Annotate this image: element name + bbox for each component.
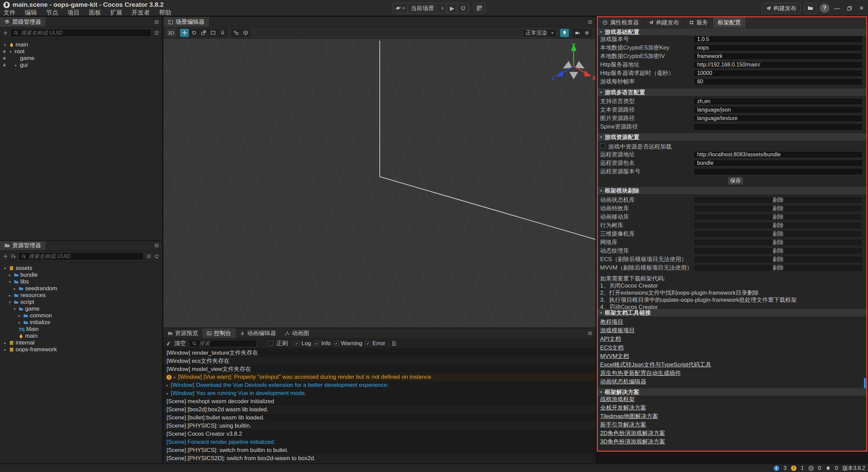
tree-row-libs[interactable]: ▾libs xyxy=(0,278,162,285)
remove-module-button[interactable]: 剔除 xyxy=(694,256,863,263)
tab-scene-editor[interactable]: 场景编辑器 xyxy=(163,17,209,27)
field-input[interactable]: bundle xyxy=(694,160,863,166)
doc-link[interactable]: ECS文档 xyxy=(600,344,624,352)
field-input[interactable] xyxy=(694,168,863,175)
tree-row-oops-framework[interactable]: ▸oops-framework xyxy=(0,346,162,353)
remove-module-button[interactable]: 剔除 xyxy=(694,205,863,212)
menu-item-1[interactable]: 编辑 xyxy=(25,8,37,17)
device-select[interactable]: ▾ xyxy=(392,3,408,14)
preview-qr-button[interactable] xyxy=(473,3,486,14)
collapse-chevron-icon[interactable]: ▾ xyxy=(600,30,602,34)
ui-tool-button[interactable] xyxy=(218,29,227,37)
chevron-down-icon[interactable]: ▾ xyxy=(7,300,12,304)
field-input[interactable]: http://192.168.0.150/main/ xyxy=(694,61,863,68)
chevron-down-icon[interactable]: ▾ xyxy=(8,50,13,54)
chevron-right-icon[interactable]: ▸ xyxy=(7,293,12,298)
collapse-chevron-icon[interactable]: ▾ xyxy=(600,390,602,394)
field-input[interactable]: language/texture xyxy=(694,115,863,122)
remove-module-button[interactable]: 剔除 xyxy=(694,264,863,271)
field-input[interactable]: oops xyxy=(694,44,863,51)
filter-warning-checkbox[interactable] xyxy=(334,341,339,346)
close-button[interactable]: × xyxy=(857,3,866,13)
tree-row-resources[interactable]: ▸resources xyxy=(0,292,162,299)
field-input[interactable]: framework xyxy=(694,53,863,60)
scene-camera-button[interactable] xyxy=(573,29,582,37)
console-message[interactable]: [Scene] [PHYSICS]: switch from builtin t… xyxy=(163,446,595,454)
chevron-right-icon[interactable]: ▸ xyxy=(12,287,17,291)
menu-item-6[interactable]: 开发者 xyxy=(132,8,150,17)
doc-link[interactable]: 2D角色扮演游戏解决方案 xyxy=(600,429,665,437)
refresh-assets-icon[interactable] xyxy=(154,254,159,259)
remove-module-button[interactable]: 剔除 xyxy=(694,222,863,229)
tree-row-common[interactable]: ▸common xyxy=(0,312,162,319)
3d-toggle-button[interactable]: 3D xyxy=(166,29,176,37)
section-header[interactable]: ▾框架解决方案 xyxy=(598,388,866,396)
tab-preview[interactable]: 资源预览 xyxy=(163,328,202,338)
doc-link[interactable]: 新手引导解决方案 xyxy=(600,421,646,429)
section-header[interactable]: ▾游戏多语言配置 xyxy=(598,88,866,96)
chevron-down-icon[interactable]: ▾ xyxy=(3,266,7,271)
console-message[interactable]: ▸[Window] Download the Vue Devtools exte… xyxy=(163,381,595,389)
tab-grid[interactable]: 服务 xyxy=(684,17,713,28)
maximize-button[interactable] xyxy=(845,3,854,13)
menu-item-7[interactable]: 帮助 xyxy=(159,8,171,17)
tab-assets[interactable]: 资源管理器 xyxy=(0,240,45,250)
sort-assets-icon[interactable] xyxy=(11,254,16,259)
tab-plane[interactable]: 构建发布 xyxy=(644,17,684,28)
collapse-chevron-icon[interactable]: ▾ xyxy=(600,135,602,139)
expand-chevron-icon[interactable]: ▸ xyxy=(174,375,176,379)
console-search-input[interactable] xyxy=(199,340,269,347)
console-message[interactable]: ▸[Window] You are running Vue in develop… xyxy=(163,389,595,397)
doc-link[interactable]: 全栈开发解决方案 xyxy=(600,404,646,412)
minimize-button[interactable]: — xyxy=(833,3,842,13)
menu-item-5[interactable]: 扩展 xyxy=(110,8,122,17)
log-file-icon[interactable] xyxy=(392,341,396,346)
filter-info-checkbox[interactable] xyxy=(314,341,319,346)
tree-row-seedrandom[interactable]: ▸seedrandom xyxy=(0,285,162,292)
doc-link[interactable]: 战棋游戏框架 xyxy=(600,395,635,403)
clear-console-button[interactable]: 清空 xyxy=(174,339,186,347)
tree-row-main[interactable]: ▾main xyxy=(0,41,162,48)
expand-chevron-icon[interactable]: ▸ xyxy=(166,383,169,388)
field-input[interactable]: 1.0.5 xyxy=(694,36,863,43)
doc-link[interactable]: Tiledmap地图解决方案 xyxy=(600,412,658,420)
remove-module-button[interactable]: 剔除 xyxy=(694,248,863,254)
chevron-right-icon[interactable]: ▸ xyxy=(3,348,7,352)
chevron-right-icon[interactable]: ▸ xyxy=(14,63,18,67)
help-button[interactable]: ? xyxy=(820,3,829,13)
create-node-button[interactable] xyxy=(3,30,8,36)
chevron-down-icon[interactable]: ▾ xyxy=(7,280,12,284)
tab-framework-config[interactable]: 框架配置 xyxy=(713,17,746,28)
scale-tool-button[interactable] xyxy=(199,29,208,37)
chevron-right-icon[interactable]: ▸ xyxy=(7,273,12,277)
coordinate-tool-button[interactable] xyxy=(241,29,250,37)
menu-item-0[interactable]: 文件 xyxy=(3,8,16,17)
build-publish-button[interactable]: 构建发布 xyxy=(762,3,801,14)
info-count-icon[interactable]: i xyxy=(774,466,779,471)
field-input[interactable]: language/json xyxy=(694,106,863,113)
expand-chevron-icon[interactable]: ▸ xyxy=(166,391,169,396)
doc-link[interactable]: 原生包热更新配置自动生成插件 xyxy=(600,369,681,377)
console-log[interactable]: [Window] render_texture文件夹存在[Window] ecs… xyxy=(163,349,595,463)
remove-module-button[interactable]: 剔除 xyxy=(694,197,863,203)
tree-row-root[interactable]: ▾root xyxy=(0,48,162,55)
rect-tool-button[interactable] xyxy=(209,29,217,37)
hierarchy-filter-icon[interactable] xyxy=(154,30,159,36)
move-tool-button[interactable] xyxy=(180,29,189,37)
menu-item-3[interactable]: 项目 xyxy=(67,8,80,17)
save-button[interactable]: 保存 xyxy=(728,177,743,184)
tree-row-Main[interactable]: TSMain xyxy=(0,326,162,333)
hierarchy-search-input[interactable] xyxy=(21,30,149,36)
section-header[interactable]: ▾游戏基础配置 xyxy=(598,28,866,36)
open-project-folder-button[interactable] xyxy=(804,3,816,14)
tree-row-script[interactable]: ▾script xyxy=(0,299,162,306)
tab-hierarchy[interactable]: 层级管理器 xyxy=(0,17,45,27)
remove-module-button[interactable]: 剔除 xyxy=(694,231,863,237)
chevron-right-icon[interactable]: ▸ xyxy=(3,341,7,345)
menu-item-4[interactable]: 面板 xyxy=(89,8,101,17)
tree-row-assets[interactable]: ▾assets xyxy=(0,265,162,272)
console-message[interactable]: !▸[Window] [Vue warn]: Property "onInput… xyxy=(163,373,595,381)
hierarchy-menu-icon[interactable] xyxy=(154,19,159,25)
console-message[interactable]: [Scene] [PHYSICS]: using builtin. xyxy=(163,422,595,430)
console-message[interactable]: [Scene] meshopt wasm decoder initialized xyxy=(163,397,595,406)
